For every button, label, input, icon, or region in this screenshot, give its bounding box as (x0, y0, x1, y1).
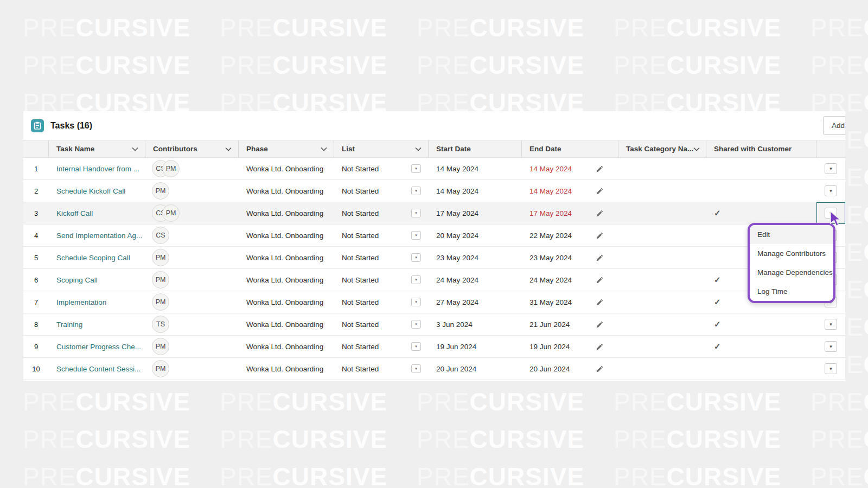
end-date-value: 21 Jun 2024 (529, 320, 570, 329)
contributor-avatar[interactable]: CS (152, 227, 169, 244)
list-cell: Not Started▾ (334, 158, 429, 179)
menu-item-manage-contributors[interactable]: Manage Contributors (750, 244, 833, 263)
contributor-avatar[interactable]: PM (162, 160, 180, 177)
chevron-down-icon[interactable] (225, 147, 232, 151)
task-name-link[interactable]: Schedule Kickoff Call (49, 180, 145, 202)
list-dropdown-button[interactable]: ▾ (411, 231, 421, 240)
start-date-cell: 19 Jun 2024 (429, 336, 522, 357)
chevron-down-icon[interactable] (693, 147, 700, 151)
end-date-cell: 23 May 2024 (522, 247, 618, 268)
watermark-text-bold: CURSIVE (76, 425, 190, 453)
menu-item-manage-dependencies[interactable]: Manage Dependencies (750, 263, 833, 282)
chevron-down-icon[interactable] (321, 147, 327, 151)
edit-pencil-icon[interactable] (596, 165, 603, 172)
row-number: 6 (23, 269, 49, 291)
edit-pencil-icon[interactable] (596, 365, 603, 373)
task-name-link[interactable]: Customer Progress Che... (49, 336, 145, 357)
task-name-link[interactable]: Schedule Scoping Call (49, 247, 145, 268)
list-status-text: Not Started (342, 187, 379, 195)
contributor-avatar[interactable]: PM (152, 293, 169, 311)
column-header-task-category-na[interactable]: Task Category Na... (618, 140, 706, 157)
row-actions-dropdown-button[interactable]: ▾ (825, 319, 837, 330)
contributors-cell: CSPM (145, 158, 239, 179)
start-date-cell: 3 Jun 2024 (429, 313, 522, 335)
menu-item-log-time[interactable]: Log Time (750, 282, 833, 301)
list-dropdown-button[interactable]: ▾ (411, 187, 421, 195)
end-date-value: 20 Jun 2024 (529, 365, 570, 373)
watermark-text: PRECURSIVE (220, 389, 417, 414)
phase-cell: Wonka Ltd. Onboarding (239, 202, 334, 224)
chevron-down-icon[interactable] (132, 147, 138, 151)
contributor-avatar[interactable]: PM (152, 249, 169, 266)
edit-pencil-icon[interactable] (596, 321, 603, 328)
contributor-avatar[interactable]: PM (152, 271, 169, 288)
checkmark-icon: ✓ (714, 297, 721, 307)
edit-pencil-icon[interactable] (596, 188, 603, 195)
column-header-end-date[interactable]: End Date (522, 140, 618, 157)
edit-pencil-icon[interactable] (596, 232, 603, 239)
column-header-label: End Date (529, 145, 561, 153)
contributor-avatar[interactable]: PM (152, 338, 169, 355)
start-date-cell: 14 May 2024 (429, 180, 522, 202)
menu-item-edit[interactable]: Edit (750, 225, 833, 244)
task-name-link[interactable]: Implementation (49, 291, 145, 313)
contributor-avatar[interactable]: PM (162, 204, 180, 222)
list-dropdown-button[interactable]: ▾ (411, 209, 421, 217)
task-name-text: Customer Progress Che... (56, 343, 141, 351)
list-dropdown-button[interactable]: ▾ (411, 275, 421, 284)
list-dropdown-button[interactable]: ▾ (411, 320, 421, 329)
contributor-avatar[interactable]: PM (152, 360, 169, 377)
list-status-text: Not Started (342, 343, 379, 351)
panel-title: Tasks (16) (50, 121, 92, 131)
list-dropdown-button[interactable]: ▾ (411, 298, 421, 306)
list-dropdown-button[interactable]: ▾ (411, 364, 421, 373)
edit-pencil-icon[interactable] (596, 277, 603, 284)
task-name-text: Schedule Scoping Call (56, 254, 130, 262)
list-dropdown-button[interactable]: ▾ (411, 342, 421, 351)
table-row: 6Scoping CallPMWonka Ltd. OnboardingNot … (23, 269, 845, 291)
watermark-text-bold: CURSIVE (864, 88, 868, 117)
contributor-avatar[interactable]: PM (152, 182, 169, 200)
column-header-label: Contributors (153, 145, 197, 153)
row-actions-dropdown-button[interactable]: ▾ (825, 341, 837, 352)
contributor-avatar[interactable]: TS (152, 316, 169, 333)
edit-pencil-icon[interactable] (596, 343, 603, 350)
row-actions-dropdown-button[interactable]: ▾ (825, 163, 837, 174)
watermark-text-bold: CURSIVE (273, 463, 387, 488)
watermark-text: PRECURSIVE (614, 464, 810, 488)
list-dropdown-button[interactable]: ▾ (411, 253, 421, 262)
task-name-link[interactable]: Scoping Call (49, 269, 145, 291)
task-name-link[interactable]: Training (49, 313, 145, 335)
task-name-link[interactable]: Kickoff Call (49, 202, 145, 224)
chevron-down-icon[interactable] (415, 147, 422, 151)
row-number: 2 (23, 180, 49, 202)
column-header-task-name[interactable]: Task Name (49, 140, 145, 157)
watermark-text-bold: CURSIVE (273, 388, 387, 416)
phase-cell: Wonka Ltd. Onboarding (239, 291, 334, 313)
edit-pencil-icon[interactable] (596, 210, 603, 217)
edit-pencil-icon[interactable] (596, 254, 603, 261)
column-header-start-date[interactable]: Start Date (429, 140, 522, 157)
watermark-text: PRECURSIVE (810, 464, 868, 488)
end-date-value: 17 May 2024 (529, 209, 572, 217)
row-actions-dropdown-button[interactable]: ▾ (825, 363, 837, 374)
list-dropdown-button[interactable]: ▾ (411, 164, 421, 173)
task-name-link[interactable]: Internal Handover from ... (49, 158, 145, 179)
watermark-text: PRECURSIVE (614, 15, 810, 40)
add-task-button[interactable]: Add (823, 116, 845, 135)
column-header-phase[interactable]: Phase (239, 140, 334, 157)
task-name-link[interactable]: Schedule Content Sessi... (49, 358, 145, 380)
watermark-text-light: PRE (23, 14, 76, 42)
watermark-text-light: PRE (810, 463, 864, 488)
column-header-shared-with-customer[interactable]: Shared with Customer (706, 140, 816, 157)
row-number: 10 (23, 358, 49, 380)
watermark-text-bold: CURSIVE (470, 388, 584, 416)
edit-pencil-icon[interactable] (596, 299, 603, 306)
column-header-contributors[interactable]: Contributors (145, 140, 239, 157)
watermark-text: PRECURSIVE (23, 427, 220, 452)
column-header-list[interactable]: List (334, 140, 429, 157)
row-actions-dropdown-button[interactable]: ▾ (825, 185, 837, 196)
list-status-text: Not Started (342, 254, 379, 262)
end-date-value: 14 May 2024 (529, 187, 572, 195)
task-name-link[interactable]: Send Implementation Ag... (49, 224, 145, 246)
